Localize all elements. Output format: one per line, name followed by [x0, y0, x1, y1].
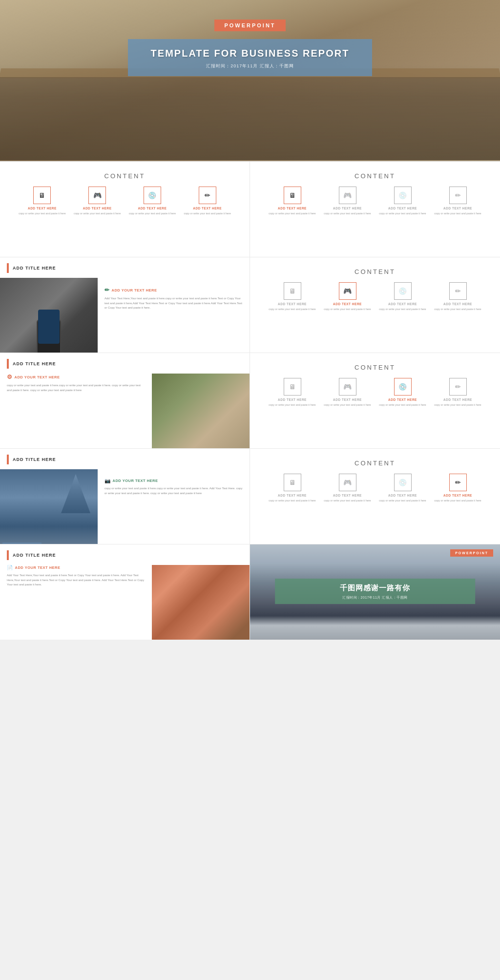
hero-title-box: TEMPLATE FOR BUSINESS REPORT 汇报时间：2017年1… — [128, 39, 372, 76]
hero-slide: POWERPOINT TEMPLATE FOR BUSINESS REPORT … — [0, 0, 500, 161]
section-subtitle-1: ADD YOUR TEXT HERE — [104, 287, 243, 293]
text-slide-3: ADD TITLE HERE ADD YOUR TEXT HERE copy o… — [0, 449, 250, 544]
hero-content: POWERPOINT TEMPLATE FOR BUSINESS REPORT … — [128, 20, 372, 76]
icon-box-gamepad-4: 🎮 — [339, 378, 356, 396]
icon-desc-5-1: copy or write your text and paste it her… — [268, 499, 316, 503]
section-subtitle-3: ADD YOUR TEXT HERE — [104, 478, 243, 483]
slide-title-area-3: ADD TITLE HERE — [0, 449, 250, 469]
icon-label-1-3: ADD TEXT HERE — [128, 207, 176, 210]
icon-item-4-1: 🖥 ADD TEXT HERE copy or write your text … — [268, 378, 316, 407]
icon-item-4-4: ✏ ADD TEXT HERE copy or write your text … — [434, 378, 482, 407]
row5: ADD TITLE HERE ADD YOUR TEXT HERE Add Yo… — [0, 544, 500, 640]
icon-item-2-2: 🎮 ADD TEXT HERE copy or write your text … — [323, 187, 372, 216]
icon-box-gamepad-1: 🎮 — [88, 187, 106, 204]
section-body-3: copy or write your text and paste it her… — [104, 486, 243, 496]
icon-desc-1-3: copy or write your text and paste it her… — [128, 212, 176, 216]
icon-box-monitor-5: 🖥 — [284, 474, 301, 491]
title-accent-2 — [7, 359, 9, 369]
slide-title-3: ADD TITLE HERE — [13, 457, 56, 462]
icon-row-3: 🖥 ADD TEXT HERE copy or write your text … — [265, 282, 485, 312]
icon-label-2-3: ADD TEXT HERE — [378, 207, 427, 210]
icon-label-5-3: ADD TEXT HERE — [378, 494, 427, 497]
hero-title: TEMPLATE FOR BUSINESS REPORT — [140, 48, 360, 59]
icon-row-2: 🖥 ADD TEXT HERE copy or write your text … — [265, 187, 485, 216]
icon-box-pencil-3: ✏ — [449, 282, 467, 300]
icon-desc-2-1: copy or write your text and paste it her… — [268, 212, 316, 216]
icon-desc-4-2: copy or write your text and paste it her… — [323, 403, 372, 407]
hero-badge: POWERPOINT — [214, 20, 285, 31]
icon-box-monitor-2: 🖥 — [284, 187, 301, 204]
slide-image-phone — [0, 278, 98, 353]
title-accent-4 — [7, 550, 9, 560]
icon-desc-3-3: copy or write your text and paste it her… — [378, 308, 427, 312]
icon-box-pencil-1: ✏ — [199, 187, 216, 204]
icon-desc-4-3: copy or write your text and paste it her… — [378, 403, 427, 407]
icon-label-1-1: ADD TEXT HERE — [18, 207, 66, 210]
icon-item-4-3: 💿 ADD TEXT HERE copy or write your text … — [378, 378, 427, 407]
icon-desc-5-2: copy or write your text and paste it her… — [323, 499, 372, 503]
section-subtitle-2: ADD YOUR TEXT HERE — [7, 374, 145, 380]
icon-box-pencil-5: ✏ — [449, 474, 467, 491]
icon-desc-4-4: copy or write your text and paste it her… — [434, 403, 482, 407]
text-slide-4: ADD TITLE HERE ADD YOUR TEXT HERE Add Yo… — [0, 544, 250, 640]
icon-box-disc-5: 💿 — [394, 474, 412, 491]
icon-label-1-2: ADD TEXT HERE — [73, 207, 122, 210]
row1: CONTENT 🖥 ADD TEXT HERE copy or write yo… — [0, 161, 500, 257]
icon-label-2-2: ADD TEXT HERE — [323, 207, 372, 210]
icon-box-disc-2: 💿 — [394, 187, 412, 204]
doc-icon-4 — [7, 565, 13, 570]
icon-label-4-1: ADD TEXT HERE — [268, 398, 316, 401]
icon-desc-2-3: copy or write your text and paste it her… — [378, 212, 427, 216]
icon-desc-3-2: copy or write your text and paste it her… — [323, 308, 372, 312]
icon-desc-5-3: copy or write your text and paste it her… — [378, 499, 427, 503]
icon-desc-3-1: copy or write your text and paste it her… — [268, 308, 316, 312]
slide-image-craft — [152, 374, 250, 448]
section-subtitle-4: ADD YOUR TEXT HERE — [7, 565, 145, 570]
icon-desc-4-1: copy or write your text and paste it her… — [268, 403, 316, 407]
icon-desc-2-2: copy or write your text and paste it her… — [323, 212, 372, 216]
icon-label-5-4: ADD TEXT HERE — [434, 494, 482, 497]
section-body-4: Add Your Text Here,Your text and paste i… — [7, 573, 145, 587]
camera-icon-3 — [104, 478, 111, 483]
icon-item-1-3: 💿 ADD TEXT HERE copy or write your text … — [128, 187, 176, 216]
icon-box-monitor-4: 🖥 — [284, 378, 301, 396]
final-slide: POWERPOINT 千图网感谢一路有你 汇报时间：2017年11月 汇报人：千… — [250, 544, 500, 640]
icon-desc-1-2: copy or write your text and paste it her… — [73, 212, 122, 216]
section-body-1: Add Your Text Here,Your text and paste i… — [104, 296, 243, 311]
icon-item-3-3: 💿 ADD TEXT HERE copy or write your text … — [378, 282, 427, 312]
icon-label-4-3: ADD TEXT HERE — [378, 398, 427, 401]
icon-box-pencil-2: ✏ — [449, 187, 467, 204]
icon-item-2-1: 🖥 ADD TEXT HERE copy or write your text … — [268, 187, 316, 216]
icon-row-5: 🖥 ADD TEXT HERE copy or write your text … — [265, 474, 485, 503]
title-accent-3 — [7, 455, 9, 464]
slide-text-area-2: ADD YOUR TEXT HERE copy or write your te… — [0, 374, 152, 448]
row2: ADD TITLE HERE ADD YOUR TEXT HERE Add Yo… — [0, 257, 500, 353]
icon-item-2-3: 💿 ADD TEXT HERE copy or write your text … — [378, 187, 427, 216]
slide-text-area-1: ADD YOUR TEXT HERE Add Your Text Here,Yo… — [98, 278, 250, 353]
slide-title-area-4: ADD TITLE HERE — [0, 544, 250, 565]
icon-item-3-2: 🎮 ADD TEXT HERE copy or write your text … — [323, 282, 372, 312]
row3: ADD TITLE HERE ADD YOUR TEXT HERE copy o… — [0, 353, 500, 448]
icon-box-disc-1: 💿 — [144, 187, 161, 204]
content-title-3: CONTENT — [265, 268, 485, 275]
icon-item-1-4: ✏ ADD TEXT HERE copy or write your text … — [183, 187, 231, 216]
content-title-2: CONTENT — [265, 172, 485, 180]
icon-label-5-1: ADD TEXT HERE — [268, 494, 316, 497]
slide-title-1: ADD TITLE HERE — [13, 266, 56, 271]
icon-desc-1-1: copy or write your text and paste it her… — [18, 212, 66, 216]
final-content: 千图网感谢一路有你 汇报时间：2017年11月 汇报人：千图网 — [275, 579, 475, 606]
final-subtitle: 汇报时间：2017年11月 汇报人：千图网 — [284, 595, 466, 600]
text-slide-1: ADD TITLE HERE ADD YOUR TEXT HERE Add Yo… — [0, 257, 250, 353]
icon-item-4-2: 🎮 ADD TEXT HERE copy or write your text … — [323, 378, 372, 407]
final-badge: POWERPOINT — [450, 549, 493, 557]
content-panel-3: CONTENT 🖥 ADD TEXT HERE copy or write yo… — [250, 257, 500, 353]
icon-box-disc-4: 💿 — [394, 378, 412, 396]
icon-label-1-4: ADD TEXT HERE — [183, 207, 231, 210]
pencil-icon-1 — [104, 287, 110, 293]
icon-label-4-2: ADD TEXT HERE — [323, 398, 372, 401]
icon-box-monitor-1: 🖥 — [33, 187, 51, 204]
slide-image-items — [152, 565, 250, 640]
title-accent-1 — [7, 263, 9, 273]
content-panel-1: CONTENT 🖥 ADD TEXT HERE copy or write yo… — [0, 162, 250, 257]
hero-subtitle: 汇报时间：2017年11月 汇报人：千图网 — [140, 63, 360, 69]
